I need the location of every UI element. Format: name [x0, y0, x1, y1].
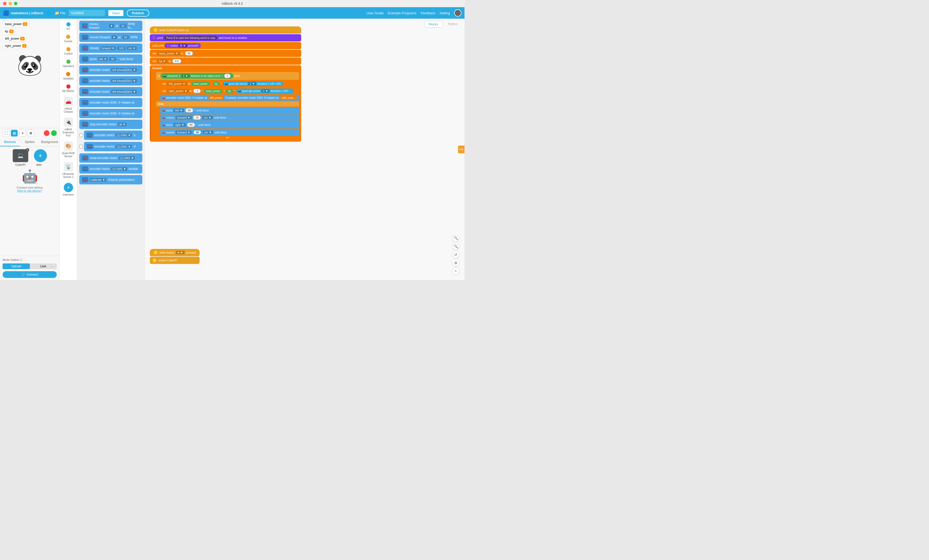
category-events[interactable]: Events [63, 33, 74, 45]
publish-button[interactable]: Publish [127, 9, 149, 17]
expand-code-btn[interactable]: </> [458, 145, 464, 153]
block-turns-right[interactable]: 🚗 turns right ▼ 90 ° until done [160, 121, 299, 128]
block-calibrate[interactable]: 🚗 calibrate ▼ chassis parameters [79, 175, 142, 184]
save-button[interactable]: Save [108, 10, 124, 16]
block-encoder-1-em1[interactable]: 🚗 encoder motor (1) EM1 ▼ 's [84, 130, 142, 140]
block-set-kp[interactable]: set kp ▼ to 0.5 [150, 58, 301, 65]
block-encoder-em1-rot1[interactable]: 🚗 encoder motor EM1 ↺ rotates at [79, 98, 142, 107]
add-device-item[interactable]: + Add [31, 149, 47, 166]
category-extension[interactable]: + extension [62, 181, 75, 198]
zoom-reset-btn[interactable]: ↺ [452, 251, 459, 258]
var-right-power[interactable]: right_power 0 [3, 43, 29, 49]
add-device-btn[interactable]: + [34, 149, 47, 162]
block-encoder-enable[interactable]: 🚗 encoder motor (1) EM1 ▼ enable [79, 164, 142, 174]
block-forever[interactable]: forever [150, 65, 301, 71]
block-turns[interactable]: 🚗 turns left ▼ 90 ° until done [79, 54, 142, 64]
category-control[interactable]: Control [63, 45, 74, 58]
block-encoder-em1-rot2[interactable]: 🚗 encoder motor EM1 ↺ rotates at [79, 109, 142, 118]
cyberpi-device[interactable]: ✕ 💻 CyberPi [13, 149, 28, 166]
category-mbot2-chassis[interactable]: 🚗 mBot2 Chassis [60, 95, 77, 116]
tab-sprites[interactable]: Sprites [20, 138, 39, 146]
block-moves-fwd-rpm[interactable]: 🚗 moves forward ▼ at 50 RPM [79, 33, 142, 42]
block-checkbox-2[interactable] [79, 145, 83, 148]
var-kp[interactable]: kp 0 [3, 29, 16, 34]
user-guide-link[interactable]: User Guide [366, 11, 384, 15]
view-list-btn[interactable]: ≡ [19, 130, 26, 136]
close-button[interactable] [3, 2, 6, 5]
zoom-equal-btn[interactable]: = [452, 268, 459, 275]
block-wait-until[interactable]: wait until 🟪 button B ▼ pressed? [150, 42, 301, 49]
left-panel: base_power 0 kp 0 left_power 0 right_pow… [0, 18, 60, 280]
feedback-link[interactable]: Feedback [420, 11, 435, 15]
block-set-left-power[interactable]: set left_power ▼ to base_power - kp * 📷 … [160, 80, 299, 87]
traffic-lights [3, 2, 17, 5]
play-btn[interactable] [51, 130, 57, 136]
category-quad-rgb[interactable]: 🎨 Quad RGB Sensor [60, 139, 77, 160]
block-if[interactable]: if 📷 ultrasonic 2 1 ▼ distance to an obj… [156, 72, 299, 80]
minimize-button[interactable] [9, 2, 12, 5]
block-stop-encoder[interactable]: 🚗 stop encoder motor all ▼ [79, 120, 142, 129]
category-ultrasonic[interactable]: 📡 Ultrasonic Sensor 2 [60, 160, 77, 181]
script-main: 🟡 when CyberPi starts up 🟪 print Press B… [150, 26, 301, 142]
link-icon: 🔗 [21, 273, 25, 276]
block-restart[interactable]: 🟡 restart CyberPi [150, 257, 199, 264]
zoom-fit-btn[interactable]: ⚙ [452, 259, 459, 266]
zoom-in-btn[interactable]: 🔍 [452, 234, 459, 242]
view-tile-btn[interactable]: ⊞ [28, 130, 34, 136]
how-to-link[interactable]: How to use device? [17, 189, 43, 192]
tab-blocks[interactable]: Blocks [424, 21, 442, 28]
block-when-button-a[interactable]: 🟡 when button A ▼ pressed [150, 249, 199, 256]
block-set-right-power[interactable]: set right_power ▼ to -1 * base_power + k… [160, 87, 299, 94]
block-moves-fwd-15[interactable]: 🚗 moves forward ▼ 15 cm ▼ until done [160, 114, 299, 121]
zoom-out-btn[interactable]: 🔍 [452, 243, 459, 250]
then-body: set left_power ▼ to base_power - kp * 📷 … [156, 80, 299, 101]
window-title: mBlock v5.4.3 [222, 2, 243, 5]
var-base-power[interactable]: base_power 0 [3, 21, 29, 27]
tab-python[interactable]: Python [444, 21, 462, 28]
globe-icon[interactable]: 🌐 [46, 11, 52, 15]
block-moves-fwd-rpm-f[interactable]: 🚗 moves forward ▼ at 50 RPM fo... [79, 21, 142, 31]
view-expand-btn[interactable]: ⛶ [3, 130, 9, 136]
script-button-a: 🟡 when button A ▼ pressed 🟡 restart Cybe… [150, 249, 199, 265]
main-layout: base_power 0 kp 0 left_power 0 right_pow… [0, 18, 464, 280]
block-moves-fwd-30[interactable]: 🚗 moves forward ▼ 30 cm ▼ until done [160, 129, 299, 136]
block-set-base-power[interactable]: set base_power ▼ to 30 [150, 50, 301, 57]
connect-text: Connect your device [17, 186, 43, 189]
logo: 🟦 makeblock | mBlock [3, 10, 43, 16]
block-encoder-lw2[interactable]: 🚗 encoder motor left wheel(EM1) ▼ [79, 76, 142, 86]
avatar[interactable] [454, 9, 461, 17]
category-operators[interactable]: Operators [61, 58, 75, 70]
block-moves-fwd-cm[interactable]: 🚗 moves forward ▼ 100 cm ▼ [79, 43, 142, 53]
live-mode-btn[interactable]: Live [30, 263, 57, 269]
tab-devices[interactable]: Devices [0, 138, 20, 146]
project-title-input[interactable] [69, 10, 105, 16]
setting-link[interactable]: Setting [440, 11, 450, 15]
view-grid-btn[interactable]: ▦ [11, 130, 18, 136]
connect-button[interactable]: 🔗 Connect [3, 271, 57, 278]
stop-btn[interactable] [44, 130, 49, 136]
device-close-btn[interactable]: ✕ [26, 148, 29, 152]
block-encoder-lw3[interactable]: 🚗 encoder motor left wheel(EM1) ▼ [79, 87, 142, 96]
block-when-cyberpi-starts[interactable]: 🟡 when CyberPi starts up [150, 26, 301, 34]
category-mbot2-ext[interactable]: 🔌 mBot2 Extension Port [60, 116, 77, 139]
category-my-blocks[interactable]: My Blocks [61, 83, 75, 95]
block-reset-encoder[interactable]: 🚗 reset encoder motor (1) EM1 ▼ [79, 153, 142, 163]
block-encoder-rotates[interactable]: 🚗 encoder motor EM1 ↺ rotates at left_po… [160, 95, 299, 101]
category-iot[interactable]: IoT [65, 20, 72, 33]
block-print[interactable]: 🟪 print Press B to start line following … [150, 34, 301, 41]
canvas-toolbar: Blocks Python [424, 21, 462, 28]
block-encoder-lw1[interactable]: 🚗 encoder motor left wheel(EM1) ▼ [79, 65, 142, 75]
tab-background[interactable]: Background [40, 138, 59, 146]
maximize-button[interactable] [14, 2, 17, 5]
devices-row: ✕ 💻 CyberPi + Add [13, 149, 47, 166]
block-checkbox-1[interactable] [79, 133, 83, 137]
view-controls: ⛶ ▦ ≡ ⊞ [0, 128, 59, 138]
upload-mode-btn[interactable]: Upload [3, 263, 30, 269]
var-left-power[interactable]: left_power 0 [3, 36, 27, 41]
file-menu[interactable]: 📁 File [55, 11, 66, 15]
category-variables[interactable]: Variables [62, 70, 75, 83]
panda-mascot: 🐼 [3, 50, 57, 80]
block-encoder-1-em1-2[interactable]: 🚗 encoder motor (1) EM1 ▼ ↺ [84, 142, 142, 151]
block-turns-left[interactable]: 🚗 turns left ▼ 90 ° until done [160, 107, 299, 114]
example-programs-link[interactable]: Example Programs [388, 11, 417, 15]
